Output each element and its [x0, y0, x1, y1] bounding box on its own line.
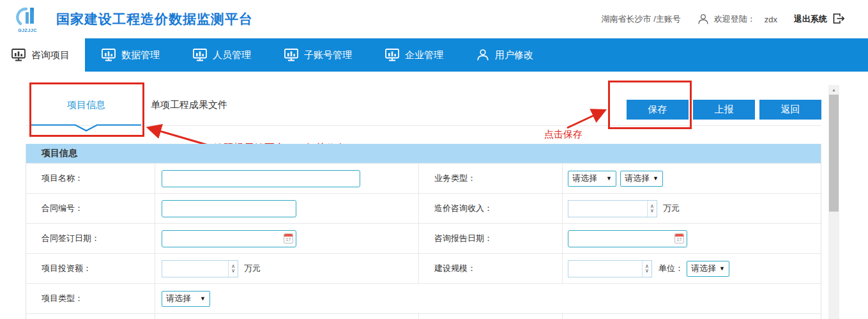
- number-spinner[interactable]: ∧∨: [647, 201, 657, 217]
- logo-text: GJZJJC: [13, 28, 42, 33]
- contract-number-input[interactable]: [162, 200, 296, 217]
- nav-item-label: 用户修改: [495, 49, 533, 61]
- field-label: 合同签订日期：: [26, 224, 155, 253]
- project-info-form: 项目信息 项目名称： 业务类型： 请选择 ▼ 请选择 ▼ 合同编号：: [26, 144, 821, 319]
- form-row-project-type: 项目类型： 请选择 ▼: [26, 283, 821, 313]
- project-investment-input[interactable]: ∧∨: [162, 260, 238, 277]
- logo-building-icon: [14, 6, 41, 27]
- user-icon: [697, 13, 709, 25]
- app-logo: GJZJJC: [13, 6, 42, 33]
- scrollbar-up-arrow[interactable]: ▲: [828, 85, 839, 95]
- unit-select-label: 单位：: [659, 263, 683, 274]
- form-row-contract-number: 合同编号： 造价咨询收入： ∧∨ 万元: [26, 193, 821, 223]
- vertical-scrollbar[interactable]: ▲: [828, 85, 839, 319]
- scale-unit-select[interactable]: 请选择 ▼: [687, 261, 729, 277]
- form-section-title: 项目信息: [26, 144, 821, 163]
- field-label: 建设规模：: [419, 254, 563, 283]
- field-label: 项目名称：: [26, 164, 155, 193]
- username: zdx: [765, 15, 777, 24]
- welcome-label: 欢迎登陆：: [714, 13, 756, 25]
- nav-item-label: 子账号管理: [304, 49, 352, 61]
- app-header: GJZJJC 国家建设工程造价数据监测平台 湖南省长沙市 /主账号 欢迎登陆： …: [0, 0, 868, 38]
- monitor-chart-icon: [102, 49, 116, 61]
- region-account-label: 湖南省长沙市 /主账号: [602, 13, 681, 25]
- chevron-down-icon: ▼: [606, 175, 612, 182]
- logout-button[interactable]: 退出系统: [794, 13, 827, 25]
- user-icon: [476, 49, 489, 61]
- form-row-project-name: 项目名称： 业务类型： 请选择 ▼ 请选择 ▼: [26, 163, 821, 193]
- annotation-rect-save: [608, 81, 692, 129]
- project-type-select[interactable]: 请选择 ▼: [162, 291, 210, 307]
- business-type-select-1[interactable]: 请选择 ▼: [568, 171, 616, 187]
- contract-sign-date-input[interactable]: 17: [162, 230, 296, 247]
- page-title: 国家建设工程造价数据监测平台: [56, 10, 253, 28]
- field-label: 项目投资额：: [26, 254, 155, 283]
- chevron-down-icon: ▼: [653, 175, 659, 182]
- field-label: 合同编号：: [26, 194, 155, 223]
- monitor-chart-icon: [284, 49, 298, 61]
- nav-item-consulting-projects[interactable]: 咨询项目: [0, 38, 85, 72]
- consulting-report-date-input[interactable]: 17: [568, 230, 687, 247]
- unit-label: 万元: [663, 203, 680, 214]
- monitor-chart-icon: [193, 49, 207, 61]
- report-button[interactable]: 上报: [693, 100, 755, 120]
- field-label: 造价咨询收入：: [419, 194, 563, 223]
- form-row-partial: [26, 313, 821, 319]
- detail-tabbar: 项目信息 单项工程成果文件 保存 上报 返回: [26, 84, 821, 126]
- main-nav: 咨询项目 数据管理 人员管理 子账号管理: [0, 38, 868, 72]
- nav-item-label: 企业管理: [405, 49, 443, 61]
- number-spinner[interactable]: ∧∨: [228, 261, 238, 277]
- consulting-income-input[interactable]: ∧∨: [568, 200, 657, 217]
- annotation-rect-tab: [29, 82, 144, 137]
- nav-item-label: 数据管理: [121, 49, 160, 61]
- calendar-icon[interactable]: 17: [674, 233, 684, 244]
- form-row-contract-date: 合同签订日期： 17 咨询报告日期： 17: [26, 223, 821, 253]
- project-name-input[interactable]: [162, 170, 360, 187]
- monitor-chart-icon: [11, 49, 26, 61]
- back-button[interactable]: 返回: [759, 100, 821, 120]
- chevron-down-icon: ▼: [719, 265, 725, 272]
- nav-item-label: 人员管理: [213, 49, 251, 61]
- field-label: 业务类型：: [419, 164, 563, 193]
- construction-scale-input[interactable]: ∧∨: [568, 260, 652, 277]
- field-label: 项目类型：: [26, 284, 155, 313]
- nav-item-user-edit[interactable]: 用户修改: [460, 38, 550, 72]
- nav-item-subaccount-management[interactable]: 子账号管理: [268, 38, 369, 72]
- number-spinner[interactable]: ∧∨: [642, 261, 651, 277]
- calendar-icon[interactable]: 17: [284, 233, 293, 244]
- nav-item-label: 咨询项目: [31, 49, 70, 61]
- scrollbar-thumb[interactable]: [829, 95, 839, 212]
- nav-item-personnel-management[interactable]: 人员管理: [176, 38, 268, 72]
- field-label: 咨询报告日期：: [419, 224, 563, 253]
- business-type-select-2[interactable]: 请选择 ▼: [620, 171, 663, 187]
- nav-item-data-management[interactable]: 数据管理: [85, 38, 176, 72]
- chevron-down-icon: ▼: [200, 295, 206, 302]
- nav-item-enterprise-management[interactable]: 企业管理: [369, 38, 460, 72]
- tab-single-project-files[interactable]: 单项工程成果文件: [151, 99, 227, 111]
- annotation-save-hint: 点击保存: [544, 128, 582, 141]
- unit-label: 万元: [244, 263, 261, 274]
- monitor-chart-icon: [385, 49, 399, 61]
- content-area: 项目信息 单项工程成果文件 保存 上报 返回 按照提示填写完项目相关信息 点击保…: [0, 72, 868, 319]
- logout-icon[interactable]: [832, 13, 845, 26]
- form-row-investment: 项目投资额： ∧∨ 万元 建设规模： ∧∨ 单位： 请选择 ▼: [26, 253, 821, 283]
